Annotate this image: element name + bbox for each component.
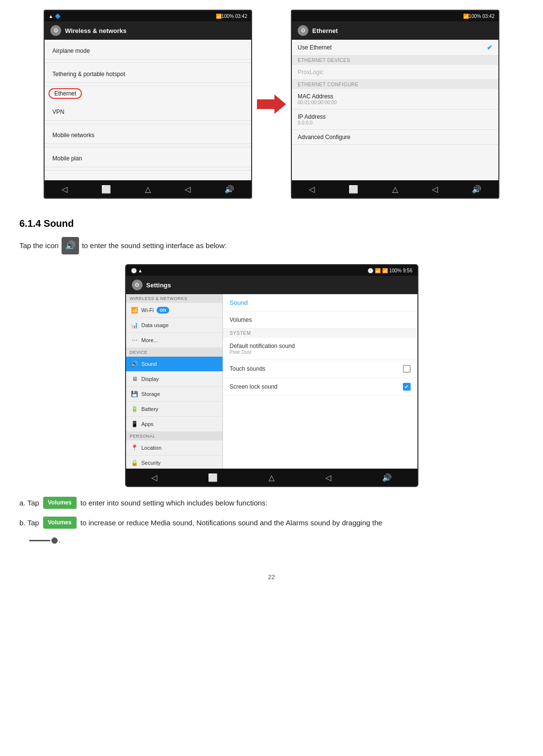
system-section-header: SYSTEM: [223, 329, 417, 338]
big-nav-home[interactable]: △: [269, 473, 274, 482]
nav-back[interactable]: ◁: [185, 185, 191, 194]
menu-item-vpn[interactable]: VPN: [45, 104, 251, 121]
menu-mobile-networks[interactable]: Mobile networks: [45, 124, 251, 147]
sidebar-item-data-usage[interactable]: 📊 Data usage: [126, 318, 223, 333]
menu-ethernet-wrap[interactable]: Ethernet: [45, 86, 251, 101]
left-status-bar: ▲ 🔷 📶100% 03:42: [45, 11, 251, 21]
right-phone-content: Use Ethernet ✔ ETHERNET DEVICES ProxLogi…: [292, 40, 498, 180]
nav-home[interactable]: △: [145, 185, 151, 194]
use-ethernet-checkmark: ✔: [487, 44, 493, 51]
nav-recent[interactable]: ⬜: [101, 185, 111, 194]
menu-item-mobile-networks[interactable]: Mobile networks: [45, 127, 251, 144]
default-notification-item[interactable]: Default notification sound Pixie Dust: [223, 338, 417, 360]
use-ethernet-item[interactable]: Use Ethernet ✔: [292, 40, 498, 56]
big-nav-back[interactable]: ◁: [325, 473, 331, 482]
sidebar-header-wireless: WIRELESS & NETWORKS: [126, 294, 223, 303]
status-right-text: 📶100% 03:42: [216, 14, 247, 19]
left-phone-content: Airplane mode Tethering & portable hotsp…: [45, 40, 251, 180]
touch-sounds-item[interactable]: Touch sounds: [223, 360, 417, 378]
slider-line-row: .: [29, 536, 524, 544]
apps-icon: 📱: [131, 421, 139, 427]
big-nav-vol-up[interactable]: 🔊: [382, 473, 392, 482]
right-bottom-bar: ◁ ⬜ △ ◁ 🔊: [292, 180, 498, 198]
ip-address-item[interactable]: IP Address 0.0.0.0: [292, 110, 498, 130]
volumes-item[interactable]: Volumes: [223, 312, 417, 329]
ethernet-highlighted-label[interactable]: Ethernet: [48, 88, 82, 99]
display-icon: 🖥: [131, 376, 139, 382]
nav-vol-up[interactable]: 🔊: [224, 185, 234, 194]
wifi-icon: 📶: [131, 307, 139, 314]
menu-tethering[interactable]: Tethering & portable hotspot: [45, 63, 251, 86]
right-nav-home[interactable]: △: [392, 185, 398, 194]
more-icon: ⋯: [131, 337, 139, 344]
ethernet-devices-header: ETHERNET DEVICES: [292, 56, 498, 65]
big-phone-container: 🕐 ▲ 🕐 📶 📶 100% 9:56 ⚙ Settings WIRELESS …: [19, 264, 524, 487]
big-phone-status-bar: 🕐 ▲ 🕐 📶 📶 100% 9:56: [126, 265, 417, 276]
sidebar-item-battery[interactable]: 🔋 Battery: [126, 402, 223, 417]
sidebar-item-more[interactable]: ⋯ More...: [126, 333, 223, 348]
bottom-text-a: a. Tap Volumes to enter into sound setti…: [19, 497, 524, 509]
top-section: ▲ 🔷 📶100% 03:42 ⚙ Wireless & networks Ai…: [0, 0, 543, 213]
volumes-label: Volumes: [230, 316, 252, 323]
volumes-badge-a: Volumes: [43, 497, 77, 509]
right-phone-title: Ethernet: [312, 27, 338, 34]
ethernet-settings-icon: ⚙: [298, 25, 308, 36]
right-status-text: 📶100% 03:42: [463, 14, 495, 19]
sidebar-item-storage[interactable]: 💾 Storage: [126, 387, 223, 402]
screen-lock-sound-checkbox[interactable]: ✔: [403, 383, 411, 391]
menu-item-mobile-plan[interactable]: Mobile plan: [45, 150, 251, 167]
default-notification-label: Default notification sound: [230, 343, 295, 349]
big-phone-title-bar: ⚙ Settings: [126, 276, 417, 294]
right-nav-vol-down[interactable]: ◁: [309, 185, 315, 194]
right-phone-screen: 📶100% 03:42 ⚙ Ethernet Use Ethernet ✔ ET…: [291, 10, 499, 199]
main-content: 6.1.4 Sound Tap the icon 🔊 to enter the …: [0, 218, 543, 564]
sidebar-item-sound[interactable]: 🔊 Sound: [126, 357, 223, 372]
left-phone-screen: ▲ 🔷 📶100% 03:42 ⚙ Wireless & networks Ai…: [44, 10, 252, 199]
sidebar-item-wifi[interactable]: 📶 Wi-Fi ON: [126, 303, 223, 318]
screen-lock-sound-item[interactable]: Screen lock sound ✔: [223, 378, 417, 396]
right-title-bar: ⚙ Ethernet: [292, 21, 498, 40]
slider-knob: [51, 537, 58, 544]
proxlogic-item[interactable]: ProxLogic: [292, 65, 498, 80]
sound-icon-img: 🔊: [62, 237, 79, 254]
touch-sounds-checkbox[interactable]: [403, 365, 411, 373]
sidebar-item-apps[interactable]: 📱 Apps: [126, 417, 223, 432]
advanced-configure-item[interactable]: Advanced Configure: [292, 130, 498, 145]
description-text: Tap the icon 🔊 to enter the sound settin…: [19, 237, 524, 254]
big-nav-vol-down[interactable]: ◁: [151, 473, 157, 482]
left-bottom-bar: ◁ ⬜ △ ◁ 🔊: [45, 180, 251, 198]
location-icon: 📍: [131, 444, 139, 451]
phone-main-panel: Sound Volumes SYSTEM Default notificatio…: [223, 294, 417, 469]
wifi-toggle[interactable]: ON: [157, 307, 169, 314]
nav-vol-down[interactable]: ◁: [62, 185, 67, 194]
sidebar-item-display[interactable]: 🖥 Display: [126, 372, 223, 387]
menu-mobile-plan[interactable]: Mobile plan: [45, 147, 251, 171]
menu-airplane[interactable]: Airplane mode: [45, 40, 251, 63]
mac-address-item[interactable]: MAC Address 00:01:00:00:00:00: [292, 89, 498, 110]
big-phone-inner: WIRELESS & NETWORKS 📶 Wi-Fi ON 📊 Data us…: [126, 294, 417, 469]
right-status-bar: 📶100% 03:42: [292, 11, 498, 21]
red-arrow: [257, 94, 286, 114]
sound-sidebar-icon: 🔊: [131, 361, 139, 367]
volumes-badge-b: Volumes: [43, 517, 77, 529]
sidebar-item-security[interactable]: 🔒 Security: [126, 456, 223, 469]
menu-item-tethering[interactable]: Tethering & portable hotspot: [45, 66, 251, 83]
right-nav-vol-up[interactable]: 🔊: [472, 185, 481, 194]
screen-lock-sound-label: Screen lock sound: [230, 383, 278, 390]
right-nav-back[interactable]: ◁: [432, 185, 438, 194]
sidebar-item-location[interactable]: 📍 Location: [126, 441, 223, 456]
phone-sidebar: WIRELESS & NETWORKS 📶 Wi-Fi ON 📊 Data us…: [126, 294, 223, 469]
big-nav-recent[interactable]: ⬜: [208, 473, 218, 482]
left-title-bar: ⚙ Wireless & networks: [45, 21, 251, 40]
arrow-container: [252, 94, 291, 114]
settings-icon: ⚙: [50, 25, 61, 36]
menu-item-airplane[interactable]: Airplane mode: [45, 43, 251, 60]
menu-vpn[interactable]: VPN: [45, 101, 251, 124]
status-left-icons: ▲ 🔷: [48, 14, 61, 19]
right-nav-recent[interactable]: ⬜: [349, 185, 358, 194]
default-notification-sub: Pixie Dust: [230, 349, 295, 355]
big-phone: 🕐 ▲ 🕐 📶 📶 100% 9:56 ⚙ Settings WIRELESS …: [125, 264, 418, 487]
big-settings-icon: ⚙: [132, 280, 143, 290]
data-usage-icon: 📊: [131, 322, 139, 329]
sidebar-header-personal: PERSONAL: [126, 432, 223, 441]
